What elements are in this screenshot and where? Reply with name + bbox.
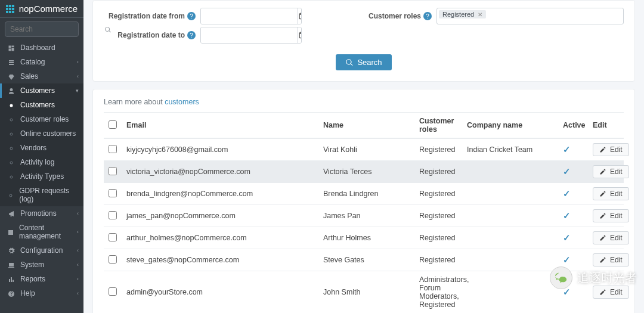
role-tag[interactable]: Registered✕: [439, 10, 486, 18]
chevron-left-icon: ‹: [77, 210, 79, 216]
check-icon: ✓: [563, 210, 571, 221]
customer-roles-select[interactable]: Registered✕: [436, 8, 624, 24]
row-checkbox[interactable]: [109, 145, 117, 153]
help-icon: [7, 289, 16, 297]
table-row[interactable]: steve_gates@nopCommerce.comSteve GatesRe…: [104, 249, 624, 271]
row-checkbox[interactable]: [109, 287, 117, 296]
row-checkbox[interactable]: [109, 211, 117, 219]
sidebar-subitem-gdpr-requests-log-[interactable]: GDPR requests (log): [0, 184, 83, 206]
check-icon: ✓: [563, 188, 571, 199]
sidebar-item-promotions[interactable]: Promotions‹: [0, 206, 83, 221]
col-email[interactable]: Email: [122, 113, 318, 139]
edit-button[interactable]: Edit: [593, 187, 629, 200]
svg-point-4: [10, 162, 13, 164]
sidebar-item-system[interactable]: System‹: [0, 258, 83, 272]
sidebar-subitem-online-customers[interactable]: Online customers: [0, 126, 83, 141]
edit-button[interactable]: Edit: [593, 209, 629, 222]
table-row[interactable]: arthur_holmes@nopCommerce.comArthur Holm…: [104, 227, 624, 249]
watermark-text: 追逐时光者: [577, 270, 637, 286]
svg-point-1: [10, 119, 13, 121]
search-button[interactable]: Search: [336, 54, 391, 70]
row-checkbox[interactable]: [109, 233, 117, 241]
sidebar-search-input[interactable]: [5, 25, 104, 33]
config-icon: [7, 246, 16, 255]
svg-point-5: [10, 176, 13, 178]
sidebar-item-label: Sales: [20, 72, 38, 80]
cell-name: James Pan: [318, 205, 414, 227]
row-checkbox[interactable]: [109, 255, 117, 264]
brand-logo: [6, 5, 16, 13]
col-roles[interactable]: Customer roles: [414, 113, 462, 139]
cell-company: [462, 227, 558, 249]
cell-name: Victoria Terces: [318, 161, 414, 183]
filter-registration-from: Registration date from ?: [104, 8, 364, 24]
table-row[interactable]: kiyjcycyhjc676008@gmail.comVirat KohliRe…: [104, 138, 624, 161]
chevron-left-icon: ‹: [77, 73, 79, 79]
date-from-input[interactable]: [200, 8, 302, 24]
close-icon[interactable]: ✕: [478, 11, 482, 18]
sidebar-item-reports[interactable]: Reports‹: [0, 272, 83, 286]
sidebar-item-label: Vendors: [20, 144, 47, 152]
sidebar-subitem-activity-types[interactable]: Activity Types: [0, 169, 83, 184]
filter-label: Customer roles: [364, 12, 423, 20]
sidebar-item-configuration[interactable]: Configuration‹: [0, 243, 83, 258]
sidebar-subitem-activity-log[interactable]: Activity log: [0, 155, 83, 169]
cell-company: [462, 183, 558, 205]
sidebar-item-dashboard[interactable]: Dashboard: [0, 41, 83, 55]
sidebar-item-label: Customers: [20, 86, 55, 95]
calendar-icon[interactable]: [298, 8, 302, 24]
table-row[interactable]: brenda_lindgren@nopCommerce.comBrenda Li…: [104, 183, 624, 205]
search-icon[interactable]: [104, 25, 112, 33]
cell-roles: Administrators, Forum Moderators, Regist…: [414, 271, 462, 314]
cell-email: steve_gates@nopCommerce.com: [122, 249, 318, 271]
chevron-left-icon: ‹: [77, 247, 79, 253]
brand[interactable]: nopCommerce: [0, 0, 83, 18]
table-row[interactable]: admin@yourStore.comJohn SmithAdministrat…: [104, 271, 624, 314]
cell-name: Virat Kohli: [318, 138, 414, 161]
hint-icon[interactable]: ?: [187, 31, 196, 39]
row-checkbox[interactable]: [109, 167, 117, 175]
sidebar-search-box[interactable]: [5, 21, 79, 37]
hint-icon[interactable]: ?: [423, 12, 432, 20]
sidebar-item-help[interactable]: Help‹: [0, 286, 83, 300]
edit-button[interactable]: Edit: [593, 143, 629, 156]
sidebar-item-label: Customer roles: [20, 115, 69, 123]
sidebar-item-sales[interactable]: Sales‹: [0, 69, 83, 83]
check-icon: ✓: [563, 255, 571, 265]
sidebar-item-content-management[interactable]: Content management‹: [0, 221, 83, 243]
date-to-field[interactable]: [201, 27, 298, 43]
sidebar-item-label: Catalog: [20, 58, 45, 66]
sidebar-subitem-customers[interactable]: Customers: [0, 98, 83, 112]
date-to-input[interactable]: [200, 27, 302, 44]
learn-more-link[interactable]: customers: [165, 98, 199, 106]
sidebar-item-label: Activity log: [20, 158, 54, 166]
edit-button[interactable]: Edit: [593, 253, 629, 266]
table-row[interactable]: james_pan@nopCommerce.comJames PanRegist…: [104, 205, 624, 227]
cell-roles: Registered: [414, 183, 462, 205]
cell-company: [462, 249, 558, 271]
col-company[interactable]: Company name: [462, 113, 558, 139]
sidebar-item-customers[interactable]: Customers▾: [0, 83, 83, 98]
reports-icon: [7, 275, 16, 283]
sidebar-subitem-vendors[interactable]: Vendors: [0, 141, 83, 155]
cell-active: ✓: [558, 161, 588, 183]
calendar-icon[interactable]: [298, 27, 302, 43]
hint-icon[interactable]: ?: [187, 12, 196, 20]
sidebar-item-label: Online customers: [20, 129, 76, 138]
learn-more: Learn more about customers: [104, 98, 624, 106]
edit-button[interactable]: Edit: [593, 165, 629, 178]
col-active[interactable]: Active: [558, 113, 588, 139]
table-row[interactable]: victoria_victoria@nopCommerce.comVictori…: [104, 161, 624, 183]
date-from-field[interactable]: [201, 8, 298, 24]
col-name[interactable]: Name: [318, 113, 414, 139]
select-all-checkbox[interactable]: [109, 120, 117, 129]
cell-roles: Registered: [414, 205, 462, 227]
sidebar: nopCommerce DashboardCatalog‹Sales‹Custo…: [0, 0, 83, 313]
sidebar-item-catalog[interactable]: Catalog‹: [0, 55, 83, 69]
filter-label: Registration date to: [104, 31, 187, 39]
sidebar-subitem-customer-roles[interactable]: Customer roles: [0, 112, 83, 126]
customers-icon: [7, 86, 16, 95]
row-checkbox[interactable]: [109, 189, 117, 197]
edit-button[interactable]: Edit: [593, 231, 629, 244]
sidebar-nav: DashboardCatalog‹Sales‹Customers▾Custome…: [0, 41, 83, 313]
